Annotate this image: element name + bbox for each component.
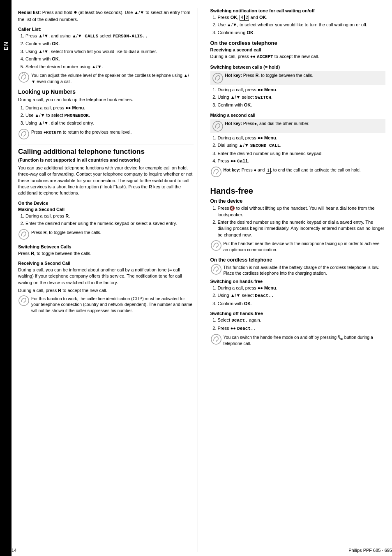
cordless-receiving-title: Receiving a second call [210,47,386,52]
receiving-second-call-note: For this function to work, the caller li… [18,296,194,314]
svg-point-7 [213,73,223,83]
hands-free-cordless-title: On the cordless telephone [210,257,386,263]
caller-list-step-5: Select the desired number using ▲/▼. [25,64,194,70]
receiving-second-call-title: Receiving a Second Call [18,261,194,266]
hands-free-device-title: On the device [210,198,386,204]
hotkey-icon-2 [212,120,224,132]
on-cordless-title: On the cordless telephone [210,40,386,46]
looking-up-note-text: Press ●Return to return to the previous … [31,129,131,136]
switching-on-step-3: Confirm with OK. [218,301,386,307]
switching-off-handsfree-title: Switching off hands-free [210,311,386,316]
cordless-making-title: Making a second call [210,113,386,118]
hands-free-device-section: On the device Press🔇 to dial without lif… [210,198,386,253]
cordless-making-step-2: Dial using ▲/▼ SECOND CALL. [218,142,386,149]
note-icon-6 [210,240,222,251]
svg-point-8 [213,121,223,131]
calling-additional-title: Calling additional telephone functions [18,148,194,156]
cordless-switching-hotkey-text: Hot key: Press R, to toggle between the … [225,72,314,79]
looking-up-intro: During a call, you can look up the telep… [18,97,194,103]
note-icon-1 [18,72,30,83]
hands-free-section: Hands-free On the device Press🔇 to dial … [210,186,386,346]
cordless-making-note: Hot key: Press ● and 1, to end the call … [210,167,386,178]
cordless-making-steps: During a call, press ●● Menu. Dial using… [218,135,386,165]
right-column: Switching notification tone for call wai… [206,8,386,552]
looking-up-title: Looking up Numbers [18,88,194,95]
switching-on-step-1: During a call, press ●● Menu. [218,285,386,291]
note-icon-3 [18,229,30,240]
svg-point-9 [211,167,221,177]
redial-list-text: Redial list: Press and hold ● (at least … [18,8,194,23]
receiving-second-call-body: During a call, you can be informed about… [18,267,194,286]
switching-notification-step-3: Confirm using OK. [218,30,386,36]
cordless-switching-steps: During a call, press ●● Menu. Using ▲/▼ … [218,87,386,109]
cordless-receiving-text: During a call, press ●● ACCEPT to accept… [210,53,386,60]
making-second-call-note-text: Press R, to toggle between the calls. [31,229,101,236]
switching-off-note-text: You can switch the hands-free mode on an… [224,334,386,346]
on-device-title: On the Device [18,201,194,206]
note-icon-2 [18,128,30,140]
svg-point-11 [211,264,221,274]
page: EN Redial list: Press and hold ● (at lea… [0,0,392,556]
note-icon-8 [210,334,222,345]
en-label: EN [3,41,9,50]
en-tab: EN [0,0,12,556]
caller-list-step-1: Press ▲/▼, and using ▲/▼ CALLS select PE… [25,33,194,39]
on-device-section: On the Device Making a Second Call Durin… [18,201,194,314]
cordless-switching-step-3: Confirm with OK. [218,102,386,108]
caller-list-note-text: You can adjust the volume level of the s… [31,72,194,84]
hands-free-cordless-note: This function is not available if the ba… [210,264,386,276]
hands-free-cordless-note-text: This function is not available if the ba… [224,264,386,276]
switching-off-step-1: Select Deact. again. [218,317,386,324]
note-icon-5 [210,166,222,178]
making-second-call-step-2: Enter the desired number using the numer… [25,220,194,227]
brand-name: Philips PPF 685 · 695 [348,548,392,553]
footer: 14 Philips PPF 685 · 695 [12,546,392,553]
receiving-second-call-step: During a call, press R to accept the new… [18,287,194,294]
cordless-switching-title: Switching between calls (= hold) [210,65,386,70]
looking-up-section: Looking up Numbers During a call, you ca… [18,88,194,140]
svg-point-5 [19,229,29,239]
redial-list-section: Redial list: Press and hold ● (at least … [18,8,194,23]
svg-point-0 [19,72,29,82]
hands-free-device-step-1: Press🔇 to dial without lifting up the ha… [218,205,386,218]
caller-list-section: Caller List: Press ▲/▼, and using ▲/▼ CA… [18,27,194,84]
looking-up-step-3: Using ▲/▼, dial the desired entry. [25,120,194,126]
switching-notification-step-1: Press OK, 42 and OK. [218,14,386,21]
cordless-making-section: Making a second call Hot key: Press●, an… [210,113,386,178]
calling-additional-subtitle: (Function is not supported in all countr… [18,158,194,162]
looking-up-step-2: Use ▲/▼ to select PHONEBOOK. [25,112,194,119]
switching-between-calls-text: Press R, to toggle between the calls. [18,250,194,257]
page-number: 14 [12,548,16,553]
cordless-making-hotkey-text: Hot key: Press●, and dial the other numb… [225,120,309,127]
svg-point-10 [211,241,221,250]
cordless-making-step-1: During a call, press ●● Menu. [218,135,386,141]
on-cordless-section: On the cordless telephone Receiving a se… [210,40,386,178]
switching-off-handsfree-section: Switching off hands-free Select Deact. a… [210,311,386,346]
making-second-call-section: Making a Second Call During a call, pres… [18,207,194,240]
note-icon-4 [18,295,30,306]
cordless-making-step-3: Enter the desired number using the numer… [218,151,386,157]
switching-notification-steps: Press OK, 42 and OK. Use ▲/▼, to select … [218,14,386,36]
making-second-call-note: Press R, to toggle between the calls. [18,229,194,240]
redial-list-label: Redial list: [18,10,41,15]
cordless-making-step-4: Press ●● Call. [218,158,386,164]
cordless-making-note-text: Hot key: Press ● and 1, to end the call … [224,167,361,173]
caller-list-note: You can adjust the volume level of the s… [18,72,194,84]
hands-free-title: Hands-free [210,186,386,196]
looking-up-steps: During a call, press ●● Menu. Use ▲/▼ to… [25,105,194,127]
hands-free-device-steps: Press🔇 to dial without lifting up the ha… [218,205,386,238]
making-second-call-step-1: During a call, press R. [25,213,194,219]
svg-line-3 [26,74,27,74]
switching-notification-section: Switching notification tone for call wai… [210,8,386,36]
hands-free-device-step-2: Enter the desired number using the numer… [218,219,386,238]
hands-free-cordless-section: On the cordless telephone This function … [210,257,386,347]
switching-on-handsfree-steps: During a call, press ●● Menu. Using ▲/▼ … [218,285,386,307]
cordless-switching-step-1: During a call, press ●● Menu. [218,87,386,93]
switching-on-step-2: Using ▲/▼ select Deact.. [218,292,386,299]
switching-off-note: You can switch the hands-free mode on an… [210,334,386,346]
switching-off-step-2: Press ●● Deact.. [218,325,386,332]
caller-list-step-4: Confirm with OK. [25,56,194,62]
switching-notification-title: Switching notification tone for call wai… [210,8,386,13]
left-column: Redial list: Press and hold ● (at least … [18,8,198,552]
svg-point-4 [19,129,29,139]
